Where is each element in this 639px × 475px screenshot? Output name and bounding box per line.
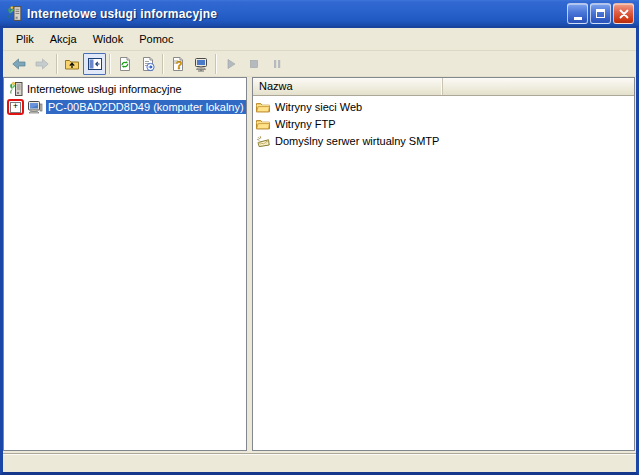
tree-node-root[interactable]: Internetowe usługi informacyjne bbox=[6, 80, 246, 98]
toolbar-separator bbox=[162, 54, 163, 74]
iis-icon bbox=[6, 5, 23, 22]
results-list-pane: Nazwa Witryny sieci Web Witryny FTP Domy… bbox=[252, 77, 635, 451]
export-list-icon bbox=[140, 56, 156, 72]
menu-widok[interactable]: Widok bbox=[85, 30, 132, 49]
svg-text:?: ? bbox=[176, 59, 182, 71]
tree-node-server[interactable]: + PC-00BAD2DD8D49 (komputer lokalny) bbox=[6, 98, 246, 116]
tree-server-label[interactable]: PC-00BAD2DD8D49 (komputer lokalny) bbox=[46, 100, 246, 114]
expand-plus-toggle[interactable]: + bbox=[10, 102, 21, 113]
menu-pomoc[interactable]: Pomoc bbox=[131, 30, 181, 49]
folder-icon bbox=[255, 99, 271, 115]
pause-button[interactable] bbox=[265, 53, 288, 75]
toolbar-separator bbox=[109, 54, 110, 74]
list-header-row: Nazwa bbox=[253, 78, 634, 96]
pause-icon bbox=[269, 56, 285, 72]
iis-manager-window: Internetowe usługi informacyjne Plik Akc… bbox=[0, 0, 639, 475]
forward-arrow-icon bbox=[34, 56, 50, 72]
console-tree-pane: Internetowe usługi informacyjne + PC-00B… bbox=[3, 77, 247, 451]
menu-plik[interactable]: Plik bbox=[8, 30, 42, 49]
list-item-label: Witryny sieci Web bbox=[275, 101, 362, 113]
up-one-level-button[interactable] bbox=[60, 53, 83, 75]
menu-bar: Plik Akcja Widok Pomoc bbox=[3, 28, 636, 51]
list-item-label: Witryny FTP bbox=[275, 118, 336, 130]
connect-computer-button[interactable] bbox=[189, 53, 212, 75]
export-list-button[interactable] bbox=[136, 53, 159, 75]
list-item-label: Domyślny serwer wirtualny SMTP bbox=[275, 135, 439, 147]
content-area: Internetowe usługi informacyjne + PC-00B… bbox=[3, 77, 636, 453]
help-icon: ? bbox=[170, 56, 186, 72]
stop-icon bbox=[246, 56, 262, 72]
list-body: Witryny sieci Web Witryny FTP Domyślny s… bbox=[253, 96, 634, 450]
menu-akcja[interactable]: Akcja bbox=[42, 30, 85, 49]
smtp-envelope-icon bbox=[255, 133, 271, 149]
computer-icon bbox=[193, 56, 209, 72]
back-arrow-icon bbox=[11, 56, 27, 72]
red-highlight-annotation: + bbox=[7, 99, 24, 115]
minimize-icon bbox=[574, 17, 582, 20]
folder-icon bbox=[255, 116, 271, 132]
up-folder-icon bbox=[64, 56, 80, 72]
maximize-icon bbox=[596, 9, 605, 18]
window-title: Internetowe usługi informacyjne bbox=[27, 7, 567, 21]
refresh-icon bbox=[117, 56, 133, 72]
forward-button[interactable] bbox=[30, 53, 53, 75]
iis-icon bbox=[8, 81, 24, 97]
minimize-button[interactable] bbox=[567, 3, 588, 24]
title-bar: Internetowe usługi informacyjne bbox=[0, 0, 639, 28]
start-button[interactable] bbox=[219, 53, 242, 75]
console-tree-icon bbox=[87, 56, 103, 72]
tree-root-label: Internetowe usługi informacyjne bbox=[27, 83, 182, 95]
back-button[interactable] bbox=[7, 53, 30, 75]
show-hide-console-tree-button[interactable] bbox=[83, 53, 106, 75]
list-item-witryny-ftp[interactable]: Witryny FTP bbox=[253, 115, 634, 132]
list-item-smtp-server[interactable]: Domyślny serwer wirtualny SMTP bbox=[253, 132, 634, 149]
list-item-witryny-sieci-web[interactable]: Witryny sieci Web bbox=[253, 98, 634, 115]
close-icon bbox=[619, 9, 629, 19]
computer-icon bbox=[27, 99, 43, 115]
toolbar-separator bbox=[56, 54, 57, 74]
toolbar: ? bbox=[3, 51, 636, 77]
close-button[interactable] bbox=[613, 3, 634, 24]
column-header-empty bbox=[443, 78, 634, 95]
stop-button[interactable] bbox=[242, 53, 265, 75]
toolbar-separator bbox=[215, 54, 216, 74]
refresh-button[interactable] bbox=[113, 53, 136, 75]
maximize-button[interactable] bbox=[590, 3, 611, 24]
help-button[interactable]: ? bbox=[166, 53, 189, 75]
play-icon bbox=[223, 56, 239, 72]
column-header-nazwa[interactable]: Nazwa bbox=[253, 78, 443, 95]
status-bar bbox=[3, 453, 636, 472]
